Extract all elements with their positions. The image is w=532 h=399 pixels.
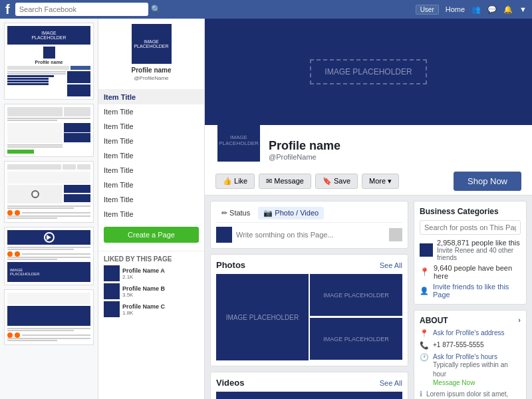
facebook-logo: f bbox=[5, 2, 10, 17]
preview-title: Profile name bbox=[7, 60, 90, 65]
about-hours-link[interactable]: Ask for Profile's hours bbox=[433, 353, 521, 360]
business-categories-title: Business Categories bbox=[420, 207, 521, 216]
visit-count: 📍 9,640 people have been here bbox=[420, 264, 521, 280]
dropdown-icon[interactable]: ▼ bbox=[519, 5, 527, 13]
about-title: ABOUT › bbox=[420, 316, 521, 325]
messenger-icon: 💬 bbox=[487, 5, 497, 14]
invite-icon: 👤 bbox=[420, 287, 429, 295]
sidebar-item-active[interactable]: Item Title bbox=[98, 90, 204, 104]
cover-photo: IMAGE PLACEHOLDER bbox=[205, 19, 532, 125]
message-button[interactable]: ✉ Message bbox=[259, 174, 311, 189]
message-now-link[interactable]: Message Now bbox=[433, 379, 521, 386]
profile-info-row: IMAGEPLACEHOLDER Profile name @ProfileNa… bbox=[215, 130, 521, 164]
map-icon: 📍 bbox=[420, 329, 429, 338]
likes-sub: Invite Renee and 40 other friends bbox=[437, 247, 521, 261]
grid-icon bbox=[389, 228, 402, 241]
likes-thumb bbox=[420, 243, 433, 257]
page-search-input[interactable] bbox=[420, 220, 521, 235]
profile-header: IMAGEPLACEHOLDER Profile name @ProfileNa… bbox=[205, 125, 532, 196]
about-address-link[interactable]: Ask for Profile's address bbox=[433, 329, 505, 336]
more-button[interactable]: More ▾ bbox=[362, 174, 399, 189]
list-item[interactable] bbox=[4, 161, 94, 223]
nav-item-label: Item Title bbox=[104, 93, 136, 101]
business-categories-box: Business Categories 2,958,871 people lik… bbox=[414, 201, 527, 305]
notifications-icon: 🔔 bbox=[503, 5, 513, 14]
about-chevron[interactable]: › bbox=[518, 316, 521, 325]
list-item[interactable]: IMAGEPLACEHOLDER bbox=[4, 227, 94, 285]
sidebar-item-6[interactable]: Item Title bbox=[98, 178, 204, 192]
shop-now-button[interactable]: Shop Now bbox=[454, 172, 521, 191]
profile-handle-main: @ProfileName bbox=[269, 153, 340, 161]
likes-text: 2,958,871 people like this bbox=[437, 239, 521, 247]
nav-item-label: Item Title bbox=[104, 196, 134, 203]
post-input-row bbox=[216, 227, 402, 243]
sidebar-item-3[interactable]: Item Title bbox=[98, 134, 204, 148]
about-phone: 📞 +1 877-555-5555 bbox=[420, 341, 521, 350]
list-item[interactable] bbox=[4, 104, 94, 157]
section-header: Photos See All bbox=[216, 260, 402, 270]
clock-icon: 🕐 bbox=[420, 353, 429, 362]
photo-small-2: IMAGE PLACEHOLDER bbox=[310, 318, 402, 360]
action-bar: 👍 Like ✉ Message 🔖 Save More ▾ Shop Now bbox=[215, 168, 521, 195]
about-reply-time: Typically replies within an hour bbox=[433, 360, 521, 379]
friends-icon: 👥 bbox=[471, 5, 481, 14]
post-tabs: ✏ Status 📷 Photo / Video bbox=[216, 207, 402, 223]
sidebar-item-5[interactable]: Item Title bbox=[98, 163, 204, 178]
content-columns: ✏ Status 📷 Photo / Video bbox=[205, 196, 532, 399]
list-item[interactable]: IMAGEPLACEHOLDER Profile name bbox=[4, 23, 94, 100]
user-button[interactable]: User bbox=[416, 5, 439, 15]
phone-icon: 📞 bbox=[420, 341, 429, 350]
nav-item-label: Item Title bbox=[104, 181, 134, 189]
post-box: ✏ Status 📷 Photo / Video bbox=[210, 201, 408, 249]
left-sidebar: IMAGEPLACEHOLDER Profile name bbox=[0, 19, 98, 399]
search-input[interactable] bbox=[15, 3, 148, 16]
sidebar-item-8[interactable]: Item Title bbox=[98, 207, 204, 221]
invite-label: Invite friends to like this Page bbox=[433, 283, 521, 299]
cover-placeholder-text: IMAGE PLACEHOLDER bbox=[310, 59, 426, 84]
photo-video-tab[interactable]: 📷 Photo / Video bbox=[258, 207, 324, 219]
video-thumbnail[interactable] bbox=[216, 392, 402, 399]
top-navigation: f 🔍 User Home 👥 💬 🔔 ▼ bbox=[0, 0, 532, 19]
nav-right: User Home 👥 💬 🔔 ▼ bbox=[416, 5, 527, 15]
videos-title: Videos bbox=[216, 378, 244, 388]
photos-see-all[interactable]: See All bbox=[380, 261, 402, 269]
sidebar-item-2[interactable]: Item Title bbox=[98, 119, 204, 134]
main-content: IMAGE PLACEHOLDER IMAGEPLACEHOLDER Profi… bbox=[205, 19, 532, 399]
status-tab-label: ✏ Status bbox=[221, 209, 250, 217]
list-item[interactable] bbox=[4, 289, 94, 345]
search-icon: 🔍 bbox=[151, 5, 161, 14]
about-description-text: Lorem ipsum dolor sit amet, conseletur s… bbox=[426, 390, 521, 399]
like-button[interactable]: 👍 Like bbox=[215, 174, 255, 189]
profile-section: IMAGEPLACEHOLDER Profile name @ProfileNa… bbox=[98, 19, 204, 90]
sidebar-item-7[interactable]: Item Title bbox=[98, 192, 204, 207]
videos-see-all[interactable]: See All bbox=[380, 379, 402, 387]
content-main: ✏ Status 📷 Photo / Video bbox=[210, 201, 408, 399]
photo-small-2-placeholder: IMAGE PLACEHOLDER bbox=[323, 336, 389, 342]
status-tab[interactable]: ✏ Status bbox=[216, 207, 255, 219]
likes-count: 2,958,871 people like this Invite Renee … bbox=[420, 239, 521, 261]
profile-handle: @ProfileName bbox=[104, 75, 199, 81]
post-text-input[interactable] bbox=[236, 231, 385, 239]
photo-small-1: IMAGE PLACEHOLDER bbox=[310, 274, 402, 316]
photo-main-placeholder: IMAGE PLACEHOLDER bbox=[226, 314, 299, 321]
create-page-button[interactable]: Create a Page bbox=[104, 227, 199, 243]
videos-section: Videos See All bbox=[210, 372, 408, 399]
nav-item-label: Item Title bbox=[104, 210, 134, 218]
about-address: 📍 Ask for Profile's address bbox=[420, 329, 521, 338]
nav-item-label: Item Title bbox=[104, 137, 134, 145]
about-phone-text: +1 877-555-5555 bbox=[433, 341, 483, 348]
photos-grid: IMAGE PLACEHOLDER IMAGE PLACEHOLDER IMAG… bbox=[216, 274, 402, 360]
photos-section: Photos See All IMAGE PLACEHOLDER IMAGE P… bbox=[210, 254, 408, 366]
location-icon: 📍 bbox=[420, 267, 430, 277]
nav-item-label: Item Title bbox=[104, 152, 134, 160]
invite-row[interactable]: 👤 Invite friends to like this Page bbox=[420, 283, 521, 299]
nav-item-label: Item Title bbox=[104, 122, 134, 130]
sidebar-item-1[interactable]: Item Title bbox=[98, 104, 204, 119]
about-description: ℹ Lorem ipsum dolor sit amet, conseletur… bbox=[420, 390, 521, 399]
preview-video bbox=[7, 230, 90, 245]
page-left-nav: IMAGEPLACEHOLDER Profile name @ProfileNa… bbox=[98, 19, 205, 399]
videos-header: Videos See All bbox=[216, 378, 402, 388]
sidebar-item-4[interactable]: Item Title bbox=[98, 148, 204, 163]
save-button[interactable]: 🔖 Save bbox=[315, 174, 358, 189]
avatar: IMAGEPLACEHOLDER bbox=[132, 24, 172, 64]
